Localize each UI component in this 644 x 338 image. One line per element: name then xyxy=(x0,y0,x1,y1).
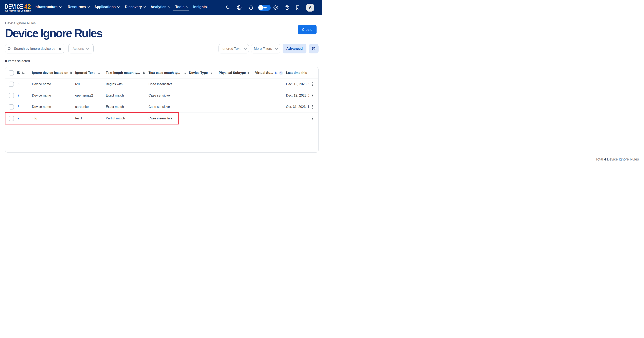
svg-text:A Freshworks Company: A Freshworks Company xyxy=(5,10,31,12)
